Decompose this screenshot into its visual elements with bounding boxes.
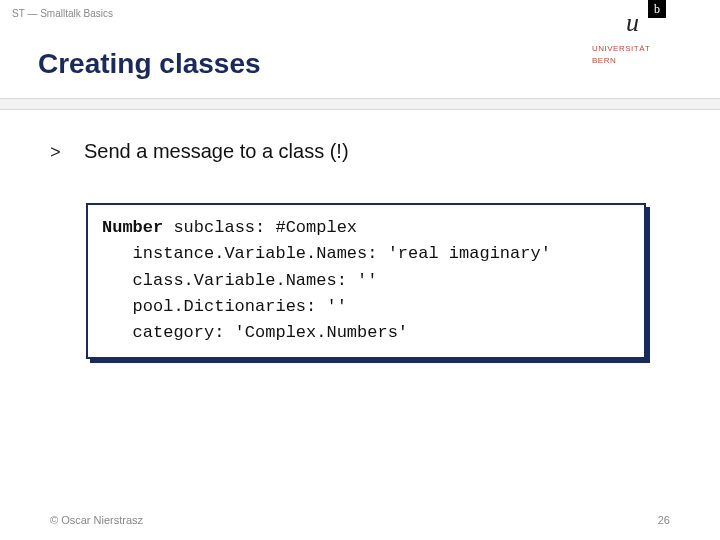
code-line-3: class.Variable.Names: '' [102, 271, 377, 290]
code-block: Number subclass: #Complex instance.Varia… [86, 203, 646, 359]
header: ST — Smalltalk Basics Creating classes u… [0, 0, 720, 98]
logo-university-line2: BERN [592, 56, 692, 66]
breadcrumb: ST — Smalltalk Basics [12, 8, 113, 19]
logo-university-line1: UNIVERSITÄT [592, 44, 692, 54]
logo-letter-b: b [648, 0, 666, 18]
logo-letter-u: u [626, 8, 639, 38]
bullet-marker-icon: > [50, 143, 84, 163]
code-line-5: category: 'Complex.Numbers' [102, 323, 408, 342]
divider-stripe [0, 98, 720, 110]
slide-content: > Send a message to a class (!) Number s… [0, 110, 720, 359]
code-block-content: Number subclass: #Complex instance.Varia… [86, 203, 646, 359]
code-line-2: instance.Variable.Names: 'real imaginary… [102, 244, 551, 263]
page-title: Creating classes [38, 48, 261, 80]
logo-mark: u b [592, 6, 692, 42]
bullet-item: > Send a message to a class (!) [50, 140, 670, 163]
page-number: 26 [658, 514, 670, 526]
university-logo: u b UNIVERSITÄT BERN [592, 6, 692, 65]
footer: © Oscar Nierstrasz 26 [50, 514, 670, 526]
code-line-4: pool.Dictionaries: '' [102, 297, 347, 316]
code-keyword: Number [102, 218, 163, 237]
code-line-1: subclass: #Complex [163, 218, 357, 237]
copyright: © Oscar Nierstrasz [50, 514, 143, 526]
bullet-text: Send a message to a class (!) [84, 140, 349, 163]
